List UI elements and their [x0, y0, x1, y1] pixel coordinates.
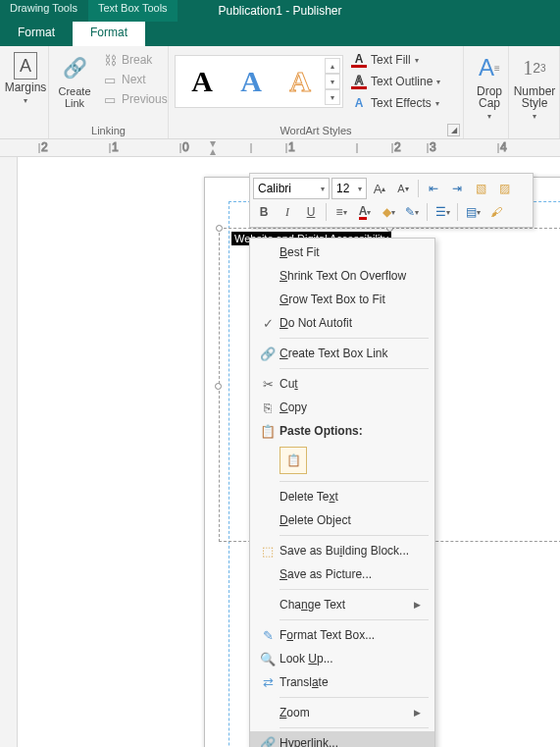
svg-text:2: 2 [394, 140, 401, 154]
font-combo-value: Calibri [258, 182, 291, 195]
font-color-icon: A [359, 205, 368, 220]
previous-link-button: ▭Previous [98, 89, 172, 109]
clipboard-icon: 📋 [286, 454, 301, 467]
tab-format-textbox[interactable]: Format [73, 22, 145, 46]
wordart-up-icon[interactable]: ▴ [325, 58, 340, 74]
ctx-look-up[interactable]: 🔍Look Up...Look Up... [250, 647, 434, 670]
drop-cap-icon: A≡ [474, 52, 505, 83]
number-style-button[interactable]: 123 Number Style▾ [515, 50, 554, 125]
ctx-format-text-box[interactable]: ✎Format Text Box...Format Text Box... [250, 623, 434, 647]
text-fill-icon: A [351, 52, 367, 68]
resize-handle-w[interactable] [215, 383, 222, 390]
ctx-change-text[interactable]: Change TextChange Text▶ [250, 593, 434, 616]
text-outline-button[interactable]: AText Outline▾ [347, 72, 444, 91]
previous-icon: ▭ [102, 91, 118, 107]
ctx-grow-box[interactable]: Grow Text Box to FitGrow Text Box to Fit [250, 288, 434, 311]
margins-label: Margins [5, 80, 47, 94]
underline-button[interactable]: U [300, 201, 322, 223]
font-color-button[interactable]: A▾ [354, 201, 376, 223]
tab-format-drawing[interactable]: Format [0, 22, 73, 46]
text-effects-button[interactable]: AText Effects▾ [347, 93, 444, 113]
grow-font-button[interactable]: A▴ [369, 178, 390, 199]
ctx-shrink-overflow[interactable]: Shrink Text On OverflowShrink Text On Ov… [250, 264, 434, 288]
translate-icon: ⇄ [256, 675, 280, 690]
wordart-style-1[interactable]: A [178, 58, 227, 105]
shrink-font-icon: A [397, 183, 404, 194]
styles-button[interactable]: ▤▾ [462, 201, 484, 223]
bullets-button[interactable]: ☰▾ [432, 201, 453, 223]
chevron-right-icon: ▶ [414, 708, 421, 718]
vertical-ruler[interactable] [0, 157, 18, 747]
svg-text:3: 3 [430, 140, 436, 154]
next-icon: ▭ [102, 72, 118, 87]
shrink-font-button[interactable]: A▾ [392, 178, 414, 199]
check-icon: ✓ [256, 316, 280, 331]
wordart-style-3[interactable]: A [276, 58, 325, 105]
break-link-button: ⛓Break [98, 50, 172, 70]
increase-indent-button[interactable]: ⇥ [446, 178, 468, 199]
title-bar: Drawing Tools Text Box Tools Publication… [0, 0, 560, 22]
wordart-gallery[interactable]: A A A ▴ ▾ ▾ [175, 55, 343, 108]
paste-icon: 📋 [256, 424, 280, 439]
send-backward-button[interactable]: ▨ [493, 178, 515, 199]
svg-text:0: 0 [182, 140, 189, 154]
bring-forward-button[interactable]: ▧ [470, 178, 491, 199]
ctx-create-link[interactable]: 🔗Create Text Box LinkCreate Text Box Lin… [250, 342, 434, 365]
shape-outline-button[interactable]: ✎▾ [401, 201, 423, 223]
lookup-icon: 🔍 [256, 652, 280, 667]
text-effects-icon: A [351, 95, 367, 111]
ctx-delete-object[interactable]: Delete ObjectDelete Object [250, 508, 434, 532]
drop-cap-label: Drop Cap [477, 84, 502, 110]
break-icon: ⛓ [102, 52, 118, 68]
ctx-save-as-picture[interactable]: Save as Picture...Save as Picture... [250, 562, 434, 586]
svg-text:1: 1 [112, 140, 119, 154]
text-fill-button[interactable]: AText Fill▾ [347, 50, 444, 70]
ctx-best-fit[interactable]: BBest Fitest Fit [250, 240, 434, 264]
shape-fill-button[interactable]: ◆▾ [378, 201, 399, 223]
ribbon-tab-row: Format Format [0, 22, 560, 46]
ctx-delete-text[interactable]: Delete TextDelete Text [250, 485, 434, 508]
ribbon: A Margins▾ 🔗 Create Link ⛓Break ▭Next ▭P… [0, 46, 560, 139]
ctx-cut[interactable]: ✂CutCut [250, 372, 434, 396]
format-icon: ✎ [256, 628, 280, 643]
wordart-group-label: WordArt Styles [175, 123, 457, 136]
number-style-label: Number Style [514, 84, 556, 110]
context-menu: BBest Fitest Fit Shrink Text On Overflow… [249, 238, 435, 747]
align-button[interactable]: ≡▾ [331, 201, 352, 223]
ctx-hyperlink[interactable]: 🔗Hyperlink...Hyperlink... [250, 731, 434, 747]
font-size-combo[interactable]: 12▾ [331, 178, 367, 199]
ctx-copy[interactable]: ⎘CopyCopy [250, 396, 434, 419]
cut-icon: ✂ [256, 377, 280, 392]
wordart-gallery-spinner[interactable]: ▴ ▾ ▾ [325, 58, 340, 105]
building-block-icon: ⬚ [256, 544, 280, 559]
svg-text:2: 2 [41, 140, 48, 154]
ctx-translate[interactable]: ⇄TranslateTranslate [250, 670, 434, 694]
format-painter-button[interactable]: 🖌 [485, 201, 507, 223]
svg-text:1: 1 [288, 140, 295, 154]
margins-button[interactable]: A Margins▾ [6, 50, 45, 109]
tool-tab-textbox: Text Box Tools [88, 0, 178, 22]
horizontal-ruler[interactable]: 2 1 0 1 2 3 4 [0, 139, 560, 157]
ctx-no-autofit[interactable]: ✓Do Not AutofitDo Not Autofit [250, 311, 434, 335]
window-title: Publication1 - Publisher [218, 4, 341, 18]
decrease-indent-button[interactable]: ⇤ [423, 178, 444, 199]
wordart-dialog-launcher[interactable]: ◢ [447, 124, 460, 136]
grow-font-icon: A [374, 182, 382, 196]
paste-option-keep-source[interactable]: 📋 [280, 447, 307, 474]
number-style-icon: 123 [519, 52, 550, 83]
create-link-button[interactable]: 🔗 Create Link [55, 50, 94, 111]
mini-toolbar: Calibri▾ 12▾ A▴ A▾ ⇤ ⇥ ▧ ▨ B I U ≡▾ A▾ ◆… [249, 173, 534, 228]
wordart-more-icon[interactable]: ▾ [325, 89, 340, 105]
ctx-save-building-block[interactable]: ⬚Save as Building Block...Save as Buildi… [250, 539, 434, 562]
resize-handle-nw[interactable] [216, 225, 223, 232]
italic-button[interactable]: I [277, 201, 298, 223]
font-size-value: 12 [336, 182, 349, 195]
font-combo[interactable]: Calibri▾ [253, 178, 330, 199]
margins-icon: A [14, 52, 37, 80]
drop-cap-button[interactable]: A≡ Drop Cap▾ [470, 50, 509, 125]
ctx-zoom[interactable]: ZoomZoom▶ [250, 701, 434, 724]
wordart-style-2[interactable]: A [227, 58, 276, 105]
wordart-down-icon[interactable]: ▾ [325, 74, 340, 89]
bold-button[interactable]: B [253, 201, 275, 223]
create-link-label: Create Link [58, 85, 90, 109]
